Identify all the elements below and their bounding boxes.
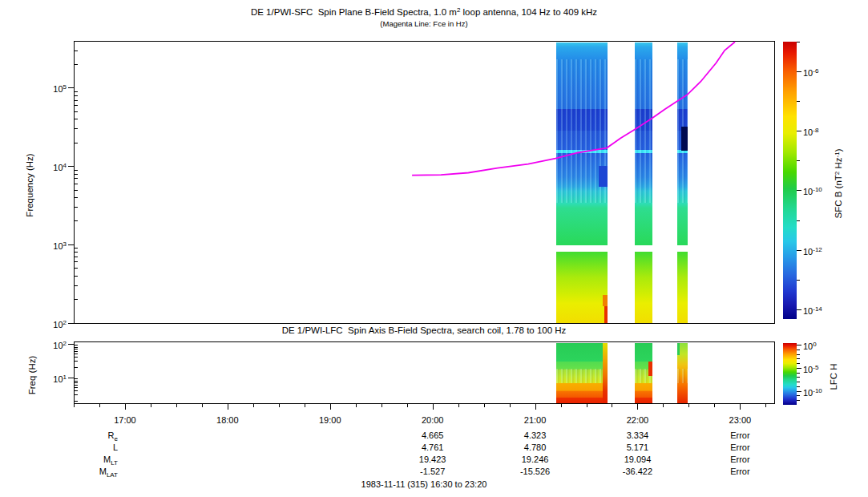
sfc-ytick-label: 105 [42, 82, 67, 95]
lfc-colorbar-tick-label: 10-10 [803, 386, 822, 398]
ephemeris-value: 19.094 [624, 454, 652, 465]
lfc-detail-patch [677, 343, 679, 355]
sfc-colorbar-tick-label: 10-8 [803, 125, 818, 138]
hour-label: 21:00 [524, 414, 547, 426]
ephemeris-value: -15.526 [520, 466, 550, 477]
sfc-colorbar-tick-label: 10-14 [803, 304, 822, 317]
ephemeris-value: Error [730, 466, 749, 477]
ephemeris-value: Error [730, 430, 749, 441]
ephemeris-value: 5.171 [627, 442, 649, 453]
sfc-colorbar-tick-label: 10-6 [803, 66, 818, 79]
sfc-colorbar [783, 42, 797, 319]
ephemeris-value: 4.780 [524, 442, 547, 453]
sfc-detail-patch [603, 295, 608, 306]
sfc-subtitle: (Magenta Line: Fce in Hz) [380, 19, 467, 28]
lfc-colorbar-tick-label: 100 [803, 339, 817, 352]
sfc-spectrogram-panel [74, 41, 775, 324]
sfc-texture [635, 59, 652, 203]
ephemeris-row-label: MLAT [80, 466, 118, 481]
ephemeris-row-label: MLT [80, 454, 118, 469]
hour-label: 18:00 [216, 414, 239, 426]
ephemeris-value: 3.334 [627, 430, 649, 441]
lfc-detail-patch [648, 362, 652, 377]
ephemeris-value: -1.527 [420, 466, 445, 477]
sfc-data-stripe-2 [635, 42, 652, 323]
ephemeris-value: 4.761 [422, 442, 444, 453]
hour-label: 23:00 [729, 414, 752, 426]
ephemeris-row-label: Re [80, 430, 118, 445]
sfc-colorbar-tick-label: 10-12 [803, 244, 822, 257]
lfc-colorbar-label: LFC H [834, 374, 860, 388]
sfc-ytick-label: 103 [42, 239, 67, 252]
sfc-detail-patch [681, 127, 688, 151]
ephemeris-value: Error [730, 442, 749, 453]
spectrogram-figure: DE 1/PWI-SFC Spin Plane B-Field Spectra,… [0, 0, 868, 497]
sfc-colorbar-label: SFC B (nT2 Hz-1) [838, 180, 868, 195]
sfc-ytick-label: 102 [42, 317, 67, 330]
sfc-data-area [75, 42, 774, 323]
lfc-ytick-label: 102 [42, 338, 67, 351]
ephemeris-value: 4.665 [422, 430, 444, 441]
lfc-texture [677, 369, 688, 383]
sfc-detail-patch [599, 166, 608, 187]
sfc-title: DE 1/PWI-SFC Spin Plane B-Field Spectra,… [251, 6, 597, 17]
sfc-colorbar-tick-label: 10-10 [803, 184, 822, 197]
lfc-colorbar [783, 343, 797, 405]
hour-label: 17:00 [114, 414, 136, 426]
ephemeris-value: 19.246 [522, 454, 549, 465]
lfc-texture [556, 369, 608, 383]
lfc-colorbar-tick-label: 10-5 [803, 362, 818, 375]
lfc-data-area [75, 342, 774, 403]
hour-label: 20:00 [422, 414, 444, 426]
lfc-title: DE 1/PWI-LFC Spin Axis B-Field Spectra, … [282, 325, 567, 335]
sfc-ytick-label: 104 [42, 160, 67, 173]
sfc-data-stripe-3 [677, 42, 688, 323]
lfc-spectrogram-panel [74, 341, 775, 404]
hour-label: 22:00 [627, 414, 649, 426]
hour-label: 19:00 [319, 414, 341, 426]
ephemeris-value: 19.423 [419, 454, 446, 465]
ephemeris-row-label: L [80, 442, 118, 453]
lfc-detail-patch [603, 343, 608, 403]
ephemeris-value: 4.323 [524, 430, 547, 441]
sfc-y-axis-label: Frequency (Hz) [30, 182, 93, 196]
ephemeris-value: -36.422 [623, 466, 652, 477]
lfc-data-stripe-1 [556, 343, 608, 403]
date-label: 1983-11-11 (315) 16:30 to 23:20 [361, 479, 487, 490]
ephemeris-value: Error [730, 454, 749, 465]
lfc-y-axis-label: Freq (Hz) [32, 372, 71, 386]
sfc-detail-patch [604, 306, 608, 323]
